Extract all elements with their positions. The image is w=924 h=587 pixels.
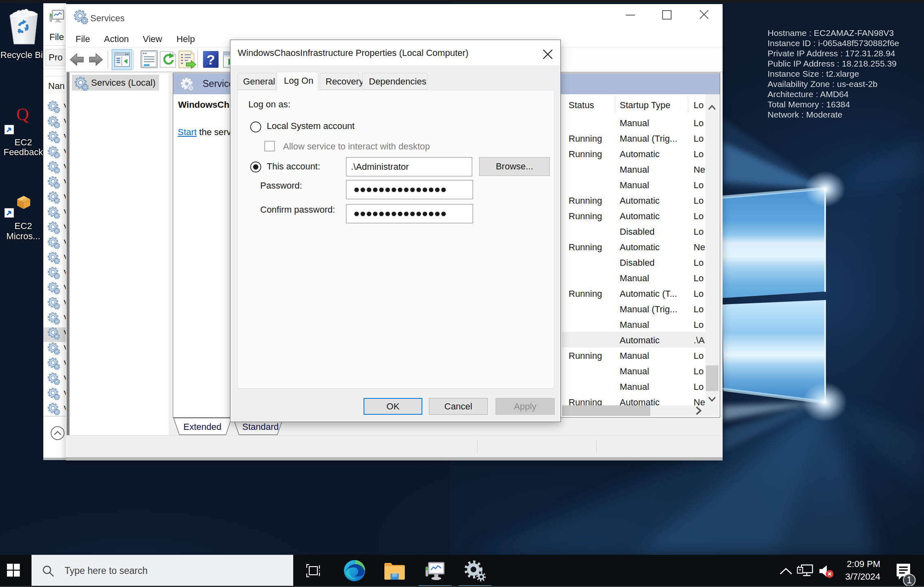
svg-text:1: 1 — [907, 575, 912, 585]
svg-text:Extended: Extended — [183, 422, 221, 432]
svg-text:Standard: Standard — [242, 422, 279, 432]
svg-text:?: ? — [207, 52, 215, 67]
